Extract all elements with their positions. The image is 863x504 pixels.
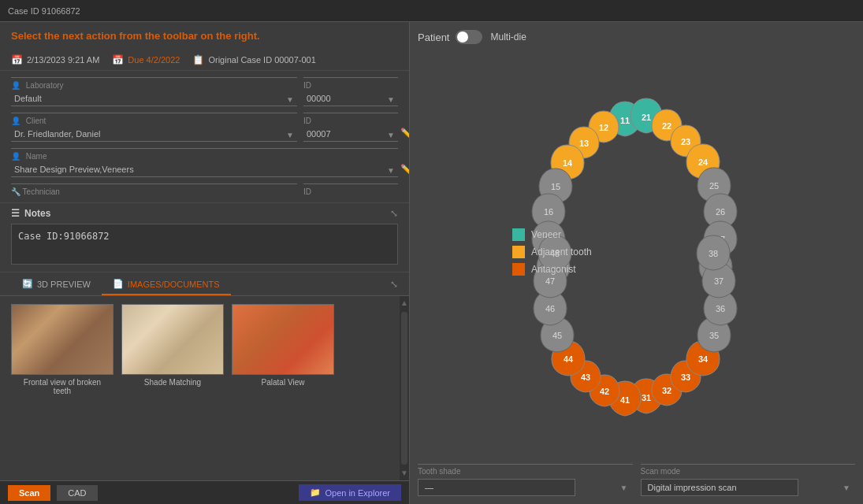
client-select[interactable]: Dr. Friedlander, Daniel (11, 127, 297, 142)
client-group: 👤 Client Dr. Friedlander, Daniel ▼ (11, 113, 297, 142)
name-label: 👤 Name (11, 148, 398, 161)
scroll-up-arrow[interactable]: ▲ (400, 298, 408, 309)
tooth-shade-group: Tooth shade — ▼ (418, 464, 633, 496)
svg-text:16: 16 (543, 207, 552, 217)
date-text: 2/13/2023 9:21 AM (27, 55, 99, 65)
svg-text:26: 26 (715, 207, 724, 217)
notes-section: ☰ Notes ⤡ Case ID:91066872 (0, 203, 409, 272)
original-case-item: 📋 Original Case ID 00007-001 (192, 54, 315, 65)
technician-label: 🔧 Technician (11, 187, 297, 196)
svg-text:22: 22 (661, 121, 671, 131)
image-card-0: Frontal view of brokenteeth (11, 304, 113, 472)
svg-text:11: 11 (619, 116, 629, 125)
veneer-color-swatch (512, 228, 525, 241)
svg-text:42: 42 (599, 387, 608, 396)
patient-toggle-group: Patient (418, 30, 482, 44)
antagonist-color-swatch (512, 263, 525, 276)
svg-text:46: 46 (545, 304, 554, 313)
svg-text:36: 36 (715, 304, 724, 313)
name-select[interactable]: Share Design Preview,Veneers (11, 162, 398, 177)
scrollbar[interactable]: ▲ ▼ (400, 296, 409, 480)
instruction-bar: Select the next action from the toolbar … (0, 22, 409, 50)
image-thumb-1[interactable] (121, 304, 224, 375)
lab-id-select[interactable]: 00000 (303, 91, 398, 106)
main-layout: Select the next action from the toolbar … (0, 22, 863, 504)
tooth-38[interactable]: 38 (697, 235, 730, 270)
client-edit-icon[interactable]: ✏️ (400, 128, 410, 139)
svg-text:32: 32 (661, 386, 671, 395)
due-item: 📅 Due 4/2/2022 (112, 54, 180, 65)
bottom-bar: Scan CAD 📁 Open in Explorer (0, 480, 409, 504)
svg-text:21: 21 (641, 113, 650, 122)
tab-images-documents[interactable]: 📄 IMAGES/DOCUMENTS (102, 272, 231, 295)
svg-text:38: 38 (708, 249, 717, 258)
image-label-0: Frontal view of brokenteeth (24, 378, 101, 395)
tooth-shade-label: Tooth shade (418, 464, 633, 476)
svg-text:37: 37 (713, 276, 723, 286)
technician-id-label: ID (303, 187, 398, 196)
legend-veneer: Veneer (512, 228, 592, 241)
image-card-2: Palatal View (232, 304, 334, 472)
technician-group: 🔧 Technician (11, 183, 297, 196)
svg-text:25: 25 (709, 181, 718, 191)
right-panel: Patient Multi-die 11 12 (410, 22, 863, 504)
svg-text:23: 23 (680, 137, 690, 146)
tab-3d-icon: 🔄 (22, 279, 33, 289)
left-panel: Select the next action from the toolbar … (0, 22, 410, 504)
tab-expand-icon[interactable]: ⤡ (390, 279, 398, 290)
tabs-section: 🔄 3D PREVIEW 📄 IMAGES/DOCUMENTS ⤡ (0, 272, 409, 296)
case-icon: 📋 (192, 54, 204, 65)
calendar-icon: 📅 (11, 54, 23, 65)
scroll-down-arrow[interactable]: ▼ (400, 468, 408, 479)
adjacent-color-swatch (512, 246, 525, 258)
scan-mode-group: Scan mode Digital impression scan ▼ (641, 464, 856, 496)
tooth-chart-container: 11 12 13 14 (418, 50, 855, 458)
image-label-1: Shade Matching (144, 378, 201, 387)
legend-adjacent: Adjacent tooth (512, 246, 592, 258)
case-id-title: Case ID 91066872 (8, 6, 80, 16)
client-id-label: ID (303, 113, 398, 125)
scan-mode-arrow: ▼ (843, 484, 850, 492)
form-row-name: 👤 Name Share Design Preview,Veneers ▼ ✏️ (11, 148, 398, 177)
images-grid: Frontal view of brokenteeth Shade Matchi… (0, 296, 400, 480)
image-thumb-2[interactable] (232, 304, 334, 375)
notes-header: ☰ Notes ⤡ (11, 208, 398, 219)
tab-3d-preview[interactable]: 🔄 3D PREVIEW (11, 272, 102, 295)
svg-text:14: 14 (562, 158, 572, 168)
client-label: 👤 Client (11, 113, 297, 125)
due-text: Due 4/2/2022 (128, 55, 180, 65)
notes-expand-icon[interactable]: ⤡ (390, 208, 398, 219)
svg-text:31: 31 (641, 393, 650, 402)
image-card-1: Shade Matching (121, 304, 224, 472)
tooth-shade-arrow: ▼ (620, 484, 628, 492)
svg-text:12: 12 (598, 123, 608, 132)
lab-id-label: ID (303, 77, 398, 90)
tooth-shade-select[interactable]: — (418, 479, 575, 496)
technician-row: 🔧 Technician ID (11, 183, 398, 196)
name-edit-icon[interactable]: ✏️ (400, 164, 410, 175)
patient-label: Patient (418, 32, 449, 43)
client-id-select[interactable]: 00007 (303, 127, 398, 142)
svg-text:15: 15 (550, 182, 560, 191)
open-in-explorer-button[interactable]: 📁 Open in Explorer (299, 484, 401, 501)
multi-die-label: Multi-die (490, 32, 526, 43)
svg-text:35: 35 (709, 331, 718, 340)
instruction-text: Select the next action from the toolbar … (11, 30, 260, 42)
patient-toggle-switch[interactable] (456, 30, 482, 44)
svg-text:33: 33 (680, 372, 690, 382)
scan-mode-select[interactable]: Digital impression scan (641, 479, 798, 496)
scan-button[interactable]: Scan (8, 485, 50, 501)
notes-textarea[interactable]: Case ID:91066872 (11, 224, 398, 265)
legend: Veneer Adjacent tooth Antagonist (512, 228, 592, 280)
cad-button[interactable]: CAD (57, 485, 97, 501)
tabs-row: 🔄 3D PREVIEW 📄 IMAGES/DOCUMENTS ⤡ (0, 272, 409, 295)
explorer-icon: 📁 (310, 487, 321, 498)
form-row-lab: 👤 Laboratory Default ▼ ID 00000 (11, 77, 398, 106)
meta-row: 📅 2/13/2023 9:21 AM 📅 Due 4/2/2022 📋 Ori… (0, 50, 409, 71)
original-case-text: Original Case ID 00007-001 (208, 55, 315, 65)
laboratory-select[interactable]: Default (11, 91, 297, 106)
legend-antagonist: Antagonist (512, 263, 592, 276)
antagonist-legend-label: Antagonist (531, 264, 576, 275)
toggle-knob (457, 32, 468, 43)
image-thumb-0[interactable] (11, 304, 113, 375)
